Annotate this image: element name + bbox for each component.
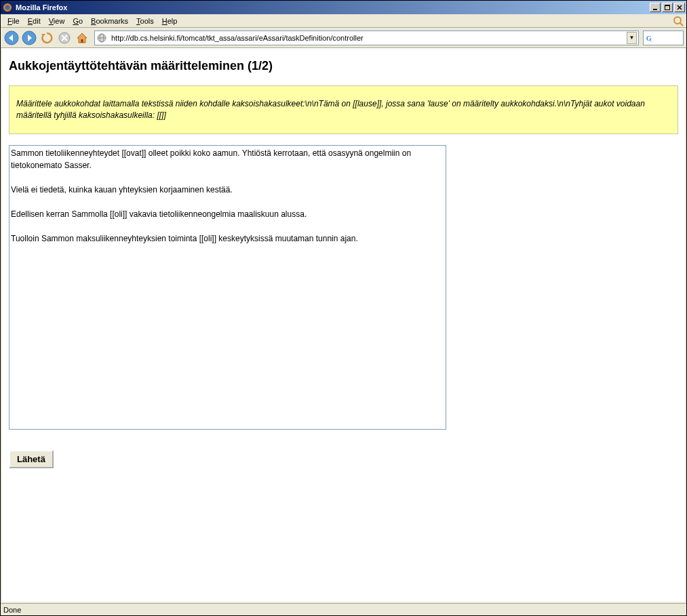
status-text: Done: [3, 606, 21, 614]
menu-go[interactable]: Go: [68, 16, 87, 26]
menu-file[interactable]: File: [3, 16, 24, 26]
browser-viewport: Aukkojentäyttötehtävän määritteleminen (…: [1, 48, 686, 603]
svg-line-8: [680, 23, 683, 26]
minimize-button[interactable]: [650, 3, 661, 12]
svg-rect-14: [81, 39, 83, 43]
reload-button[interactable]: [39, 30, 55, 46]
menu-bar: File Edit View Go Bookmarks Tools Help: [1, 14, 686, 28]
back-button[interactable]: [3, 30, 20, 46]
forward-button[interactable]: [21, 30, 37, 46]
search-box[interactable]: G: [643, 30, 684, 45]
navigation-toolbar: ▼ G: [1, 28, 686, 48]
menu-help[interactable]: Help: [158, 16, 182, 26]
url-dropdown-button[interactable]: ▼: [627, 32, 637, 44]
menu-edit[interactable]: Edit: [24, 16, 45, 26]
menu-bookmarks[interactable]: Bookmarks: [87, 16, 132, 26]
info-box: Määrittele aukkokohdat laittamalla tekst…: [9, 85, 678, 134]
svg-point-7: [674, 17, 681, 24]
status-bar: Done: [1, 603, 686, 615]
page-title: Aukkojentäyttötehtävän määritteleminen (…: [9, 59, 678, 73]
window-titlebar: Mozilla Firefox: [1, 1, 686, 14]
menu-view[interactable]: View: [45, 16, 69, 26]
page-content: Aukkojentäyttötehtävän määritteleminen (…: [2, 48, 685, 602]
submit-button[interactable]: Lähetä: [9, 450, 54, 468]
throbber-icon: [673, 16, 684, 26]
stop-button[interactable]: [56, 30, 73, 46]
window-title: Mozilla Firefox: [16, 3, 650, 12]
close-button[interactable]: [674, 3, 685, 12]
svg-point-1: [5, 5, 10, 10]
maximize-button[interactable]: [662, 3, 673, 12]
home-button[interactable]: [74, 30, 90, 46]
svg-text:G: G: [646, 34, 652, 41]
page-favicon-icon: [96, 33, 107, 43]
firefox-icon: [2, 2, 13, 13]
google-icon: G: [645, 33, 654, 43]
url-bar[interactable]: ▼: [94, 30, 639, 45]
svg-rect-4: [665, 5, 670, 6]
svg-rect-2: [653, 9, 657, 10]
task-textarea[interactable]: [9, 145, 446, 430]
url-input[interactable]: [110, 33, 627, 43]
menu-tools[interactable]: Tools: [132, 16, 158, 26]
